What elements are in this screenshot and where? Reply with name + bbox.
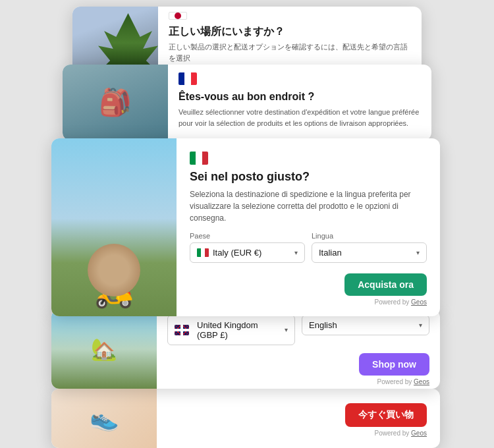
jp-shop-button[interactable]: 今すぐ買い物 xyxy=(345,403,427,427)
uk-powered-by: Powered by Geos xyxy=(167,378,429,385)
uk-language-value: English xyxy=(309,320,337,330)
card-french: Êtes-vous au bon endroit ? Veuillez séle… xyxy=(63,65,431,140)
italian-country-group: Paese Italy (EUR €) ▾ xyxy=(190,232,305,263)
country-chevron-icon: ▾ xyxy=(294,249,298,256)
card-japanese-top: 正しい場所にいますか？ 正しい製品の選択と配送オプションを確認するには、配送先と… xyxy=(72,7,422,72)
uk-shop-button[interactable]: Shop now xyxy=(359,353,429,376)
card-stack: 正しい場所にいますか？ 正しい製品の選択と配送オプションを確認するには、配送先と… xyxy=(0,0,494,448)
jp-btn-row: 今すぐ買い物 xyxy=(170,403,427,427)
flag-it-green xyxy=(190,152,196,165)
sflag-it-red xyxy=(205,248,209,257)
uk-country-select[interactable]: United Kingdom (GBP £) ▾ xyxy=(167,315,295,345)
card-content-uk: United Kingdom (GBP £) ▾ English ▾ Shop … xyxy=(157,310,440,389)
card-image-shoes xyxy=(51,389,157,448)
uk-language-select[interactable]: English ▾ xyxy=(302,315,429,335)
flag-fr-blue xyxy=(178,72,184,85)
italian-country-value: Italy (EUR €) xyxy=(213,248,261,258)
italian-powered-by: Powered by Geos xyxy=(190,298,427,306)
uk-form-row: United Kingdom (GBP £) ▾ English ▾ xyxy=(167,315,429,345)
uk-powered-text: Powered by xyxy=(377,378,412,385)
japan-circle xyxy=(175,13,181,19)
italian-desc: Seleziona la destinazione di spedizione … xyxy=(190,188,427,224)
italian-title: Sei nel posto giusto? xyxy=(190,170,427,184)
uk-country-select-left: United Kingdom (GBP £) xyxy=(175,320,281,340)
card-content-jp-bottom: 今すぐ買い物 Powered by Geos xyxy=(157,389,440,448)
card-italian: Sei nel posto giusto? Seleziona la desti… xyxy=(51,138,440,316)
jp-powered-by: Powered by Geos xyxy=(170,430,427,437)
card-image-village xyxy=(51,310,157,389)
japanese-top-desc: 正しい製品の選択と配送オプションを確認するには、配送先と希望の言語を選択 xyxy=(169,42,411,63)
italian-buy-button[interactable]: Acquista ora xyxy=(344,273,427,296)
flag-it-white xyxy=(196,152,202,165)
card-image-bag xyxy=(63,65,168,140)
italian-language-select[interactable]: Italian ▾ xyxy=(312,242,427,263)
flag-uk xyxy=(175,325,189,335)
french-desc: Veuillez sélectionner votre destination … xyxy=(178,107,421,128)
italian-language-label: Lingua xyxy=(312,232,427,240)
flag-fr-white xyxy=(184,72,190,85)
uk-language-select-left: English xyxy=(309,320,337,330)
italian-country-select-left: Italy (EUR €) xyxy=(197,248,261,258)
card-jp-bottom: 今すぐ買い物 Powered by Geos xyxy=(51,389,440,448)
flag-it-red xyxy=(202,152,208,165)
uk-country-group: United Kingdom (GBP £) ▾ xyxy=(167,315,295,345)
italian-powered-text: Powered by xyxy=(375,298,410,306)
card-content-italian: Sei nel posto giusto? Seleziona la desti… xyxy=(177,138,440,316)
italian-language-select-left: Italian xyxy=(319,248,342,258)
uk-geos-link[interactable]: Geos xyxy=(414,378,429,385)
card-image-moto xyxy=(51,138,177,316)
italian-country-select[interactable]: Italy (EUR €) ▾ xyxy=(190,242,305,263)
italian-language-group: Lingua Italian ▾ xyxy=(312,232,427,263)
uk-btn-row: Shop now xyxy=(167,353,429,376)
uk-language-group: English ▾ xyxy=(302,315,429,345)
flag-italy xyxy=(190,152,208,165)
flag-fr-red xyxy=(191,72,197,85)
italian-language-value: Italian xyxy=(319,248,342,258)
italian-country-label: Paese xyxy=(190,232,305,240)
italian-geos-link[interactable]: Geos xyxy=(411,298,427,306)
language-chevron-icon: ▾ xyxy=(416,249,420,256)
uk-country-chevron-icon: ▾ xyxy=(285,326,288,333)
jp-geos-link[interactable]: Geos xyxy=(411,430,427,437)
card-content-french: Êtes-vous au bon endroit ? Veuillez séle… xyxy=(168,65,431,140)
uk-country-value: United Kingdom (GBP £) xyxy=(197,320,281,340)
card-uk: United Kingdom (GBP £) ▾ English ▾ Shop … xyxy=(51,310,440,389)
select-flag-italy xyxy=(197,248,209,257)
uk-language-chevron-icon: ▾ xyxy=(419,322,422,329)
italian-card-actions: Acquista ora xyxy=(190,273,427,296)
flag-france xyxy=(178,72,197,85)
french-title: Êtes-vous au bon endroit ? xyxy=(178,90,421,103)
jp-powered-text: Powered by xyxy=(375,430,410,437)
flag-japan xyxy=(169,12,187,20)
card-image-palm xyxy=(72,7,158,72)
japanese-top-title: 正しい場所にいますか？ xyxy=(169,25,411,38)
card-content-japanese-top: 正しい場所にいますか？ 正しい製品の選択と配送オプションを確認するには、配送先と… xyxy=(158,7,422,72)
italian-form-row: Paese Italy (EUR €) ▾ xyxy=(190,232,427,263)
